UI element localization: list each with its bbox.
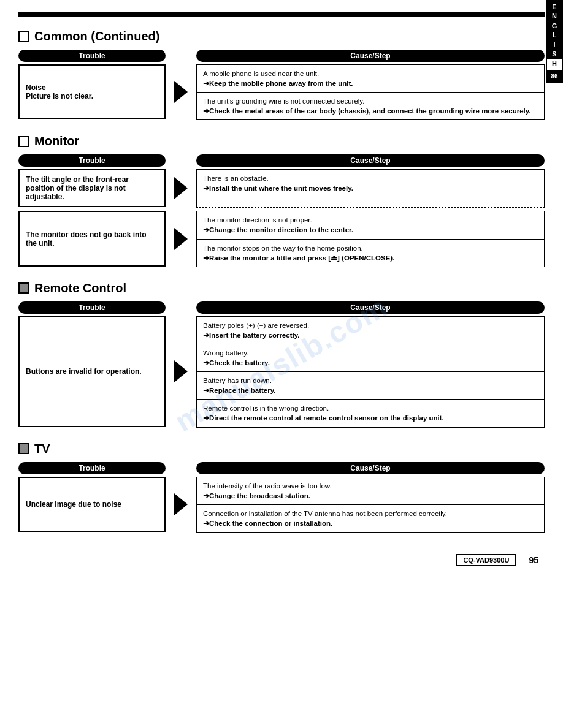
trouble-cell-noise: NoisePicture is not clear. <box>18 64 166 119</box>
cause-item: Remote control is in the wrong direction… <box>196 399 545 427</box>
side-tab: E N G L I S H 86 <box>546 0 563 83</box>
cause-item: Wrong battery. ➜Check the battery. <box>196 344 545 372</box>
remote-th-cause: Cause/Step <box>196 301 545 314</box>
bottom-bar: CQ-VAD9300U 95 <box>18 554 545 566</box>
trouble-text-tilt: The tilt angle or the front-rear positio… <box>26 175 158 201</box>
monitor-section-icon <box>18 136 29 147</box>
cause-cell-buttons: Battery poles (+) (−) are reversed. ➜Ins… <box>196 316 545 427</box>
model-label: CQ-VAD9300U <box>456 554 516 566</box>
trouble-text-monitor-back: The monitor does not go back into the un… <box>26 230 158 248</box>
remote-header-row: Trouble Cause/Step <box>18 301 545 314</box>
section-header-monitor: Monitor <box>18 134 545 148</box>
top-bar <box>18 12 545 17</box>
tab-letter-n: N <box>547 12 562 21</box>
cause-bold: ➜Direct the remote control at remote con… <box>203 414 444 422</box>
arrow-buttons <box>166 316 196 427</box>
arrow-icon <box>174 360 188 382</box>
monitor-th-spacer <box>166 154 196 167</box>
arrow-icon <box>174 493 188 515</box>
arrow-tv-noise <box>166 477 196 532</box>
remote-th-spacer <box>166 301 196 314</box>
common-th-cause: Cause/Step <box>196 50 545 62</box>
remote-th-trouble: Trouble <box>18 301 166 314</box>
tab-letter-h: H <box>547 59 562 69</box>
tab-letter-l: L <box>547 31 562 40</box>
tv-th-cause: Cause/Step <box>196 462 545 474</box>
cause-bold: ➜Change the broadcast station. <box>203 492 310 499</box>
arrow-icon <box>174 81 188 103</box>
remote-data-rows: Buttons are invalid for operation. Batte… <box>18 316 545 431</box>
cause-bold: ➜Raise the monitor a little and press [⏏… <box>203 254 394 262</box>
table-row: The tilt angle or the front-rear positio… <box>18 169 545 207</box>
tab-letter-i: I <box>547 40 562 50</box>
trouble-text-tv-noise: Unclear image due to noise <box>26 500 121 509</box>
cause-bold: ➜Change the monitor direction to the cen… <box>203 226 353 233</box>
remote-section-icon <box>18 282 29 294</box>
tv-th-trouble: Trouble <box>18 462 166 474</box>
remote-table: Trouble Cause/Step Buttons are invalid f… <box>18 301 545 431</box>
tv-data-rows: Unclear image due to noise The intensity… <box>18 477 545 536</box>
cause-bold: ➜Insert the battery correctly. <box>203 332 299 339</box>
common-section-icon <box>18 31 29 42</box>
tab-page-ref: 86 <box>547 72 562 81</box>
common-th-spacer <box>166 50 196 62</box>
common-data-rows: NoisePicture is not clear. A mobile phon… <box>18 64 545 123</box>
arrow-monitor-back <box>166 211 196 266</box>
monitor-table: Trouble Cause/Step The tilt angle or the… <box>18 154 545 270</box>
cause-item: The intensity of the radio wave is too l… <box>196 477 545 505</box>
arrow-icon <box>174 228 188 250</box>
tv-header-row: Trouble Cause/Step <box>18 462 545 474</box>
arrow-noise <box>166 64 196 119</box>
cause-item: Battery has run down. ➜Replace the batte… <box>196 371 545 400</box>
arrow-tilt <box>166 169 196 207</box>
trouble-cell-tilt: The tilt angle or the front-rear positio… <box>18 169 166 207</box>
common-th-trouble: Trouble <box>18 50 166 62</box>
cause-bold: ➜Replace the battery. <box>203 387 275 394</box>
page-number: 95 <box>529 555 538 565</box>
common-table: Trouble Cause/Step NoisePicture is not c… <box>18 50 545 123</box>
section-header-tv: TV <box>18 442 545 456</box>
common-header-row: Trouble Cause/Step <box>18 50 545 62</box>
trouble-cell-tv-noise: Unclear image due to noise <box>18 477 166 532</box>
cause-cell-tv-noise: The intensity of the radio wave is too l… <box>196 477 545 532</box>
cause-item: Connection or installation of the TV ant… <box>196 504 545 533</box>
tab-letter-g: G <box>547 21 562 31</box>
table-row: Buttons are invalid for operation. Batte… <box>18 316 545 427</box>
trouble-cell-monitor-back: The monitor does not go back into the un… <box>18 211 166 266</box>
table-row: NoisePicture is not clear. A mobile phon… <box>18 64 545 119</box>
cause-item: There is an obstacle. ➜Install the unit … <box>196 169 545 208</box>
cause-bold: ➜Check the battery. <box>203 359 270 366</box>
trouble-cell-buttons: Buttons are invalid for operation. <box>18 316 166 427</box>
section-header-remote: Remote Control <box>18 281 545 295</box>
table-row: Unclear image due to noise The intensity… <box>18 477 545 532</box>
cause-bold: ➜Check the metal areas of the car body (… <box>203 107 530 115</box>
monitor-data-rows: The tilt angle or the front-rear positio… <box>18 169 545 270</box>
trouble-text-buttons: Buttons are invalid for operation. <box>26 367 142 376</box>
cause-item: Battery poles (+) (−) are reversed. ➜Ins… <box>196 316 545 344</box>
tv-th-spacer <box>166 462 196 474</box>
cause-item: The unit's grounding wire is not connect… <box>196 92 545 120</box>
tab-letter-s: S <box>547 50 562 59</box>
monitor-th-cause: Cause/Step <box>196 154 545 167</box>
section-title-tv: TV <box>34 442 50 456</box>
section-title-monitor: Monitor <box>34 134 79 148</box>
cause-cell-monitor-back: The monitor direction is not proper. ➜Ch… <box>196 211 545 266</box>
cause-item: The monitor direction is not proper. ➜Ch… <box>196 211 545 239</box>
arrow-icon <box>174 177 188 199</box>
cause-bold: ➜Check the connection or installation. <box>203 520 332 527</box>
tv-table: Trouble Cause/Step Unclear image due to … <box>18 462 545 536</box>
section-title-remote: Remote Control <box>34 281 126 295</box>
tv-section-icon <box>18 443 29 454</box>
monitor-th-trouble: Trouble <box>18 154 166 167</box>
cause-bold: ➜Keep the mobile phone away from the uni… <box>203 80 353 87</box>
cause-bold: ➜Install the unit where the unit moves f… <box>203 184 353 192</box>
section-header-common: Common (Continued) <box>18 29 545 44</box>
trouble-text-noise: NoisePicture is not clear. <box>26 83 93 100</box>
table-row: The monitor does not go back into the un… <box>18 211 545 266</box>
page-container: E N G L I S H 86 Common (Continued) Trou… <box>0 0 563 728</box>
tab-letter-e: E <box>547 2 562 12</box>
cause-item: The monitor stops on the way to the home… <box>196 239 545 267</box>
cause-cell-noise: A mobile phone is used near the unit. ➜K… <box>196 64 545 119</box>
cause-item: A mobile phone is used near the unit. ➜K… <box>196 64 545 93</box>
section-title-common: Common (Continued) <box>34 29 159 44</box>
